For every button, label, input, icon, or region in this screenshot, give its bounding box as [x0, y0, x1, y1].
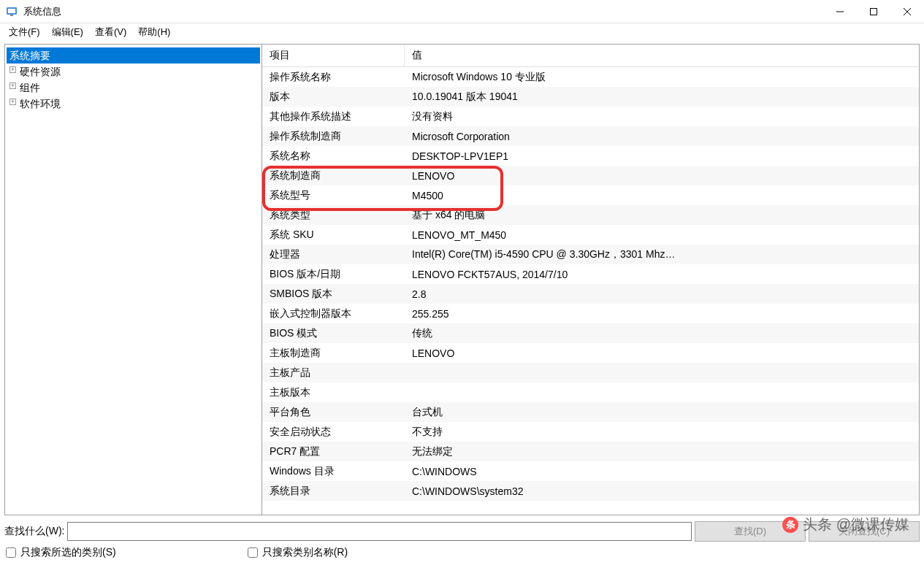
- cell-item: 系统型号: [262, 189, 405, 202]
- tree-item-label: 软件环境: [20, 98, 61, 109]
- table-row[interactable]: 系统名称DESKTOP-LPV1EP1: [262, 146, 919, 166]
- cell-item: 系统名称: [262, 150, 405, 163]
- table-row[interactable]: 系统 SKULENOVO_MT_M450: [262, 225, 919, 245]
- find-button[interactable]: 查找(D): [695, 521, 806, 542]
- cell-value: C:\WINDOWS\system32: [405, 485, 919, 497]
- table-row[interactable]: 主板产品: [262, 363, 919, 383]
- table-row[interactable]: Windows 目录C:\WINDOWS: [262, 461, 919, 481]
- cell-item: 平台角色: [262, 406, 405, 419]
- cell-item: BIOS 版本/日期: [262, 268, 405, 281]
- table-row[interactable]: 系统目录C:\WINDOWS\system32: [262, 481, 919, 501]
- cell-value: LENOVO_MT_M450: [405, 229, 919, 241]
- column-header[interactable]: 项目 值: [262, 45, 919, 67]
- svg-rect-1: [8, 9, 15, 13]
- cell-value: LENOVO: [405, 347, 919, 359]
- only-selected-checkbox-input[interactable]: [6, 547, 16, 558]
- only-name-checkbox-input[interactable]: [248, 547, 258, 558]
- window-title: 系统信息: [23, 5, 823, 18]
- cell-value: Microsoft Corporation: [405, 131, 919, 142]
- cell-value: 10.0.19041 版本 19041: [405, 91, 919, 104]
- cell-value: LENOVO: [405, 170, 919, 182]
- maximize-button[interactable]: [857, 0, 890, 23]
- cell-value: LENOVO FCKT57AUS, 2014/7/10: [405, 269, 919, 280]
- content-area: 系统摘要+硬件资源+组件+软件环境 项目 值 操作系统名称Microsoft W…: [4, 44, 920, 515]
- search-label: 查找什么(W):: [4, 525, 64, 538]
- cell-value: 2.8: [405, 288, 919, 300]
- cell-value: 255.255: [405, 308, 919, 320]
- table-row[interactable]: 平台角色台式机: [262, 402, 919, 422]
- table-row[interactable]: 操作系统制造商Microsoft Corporation: [262, 126, 919, 146]
- cell-value: 基于 x64 的电脑: [405, 209, 919, 222]
- expander-icon[interactable]: +: [9, 82, 16, 89]
- expander-icon[interactable]: +: [9, 99, 16, 105]
- table-row[interactable]: 其他操作系统描述没有资料: [262, 107, 919, 126]
- expander-icon[interactable]: +: [9, 66, 16, 73]
- table-row[interactable]: 嵌入式控制器版本255.255: [262, 304, 919, 323]
- tree-item[interactable]: +软件环境: [7, 96, 260, 112]
- table-row[interactable]: SMBIOS 版本2.8: [262, 284, 919, 304]
- details-list[interactable]: 操作系统名称Microsoft Windows 10 专业版版本10.0.190…: [262, 67, 919, 515]
- cell-item: 主板产品: [262, 366, 405, 380]
- cell-item: 主板制造商: [262, 347, 405, 360]
- tree-item-label: 系统摘要: [9, 50, 50, 61]
- menubar: 文件(F) 编辑(E) 查看(V) 帮助(H): [0, 23, 924, 41]
- tree-item[interactable]: +硬件资源: [7, 64, 260, 80]
- titlebar: 系统信息: [0, 0, 924, 23]
- menu-help[interactable]: 帮助(H): [132, 24, 176, 40]
- details-pane: 项目 值 操作系统名称Microsoft Windows 10 专业版版本10.…: [262, 45, 919, 515]
- cell-item: 系统类型: [262, 209, 405, 222]
- minimize-button[interactable]: [823, 0, 857, 23]
- svg-rect-4: [871, 8, 877, 15]
- cell-value: 台式机: [405, 406, 919, 419]
- close-button[interactable]: [890, 0, 924, 23]
- table-row[interactable]: 系统类型基于 x64 的电脑: [262, 205, 919, 225]
- table-row[interactable]: 操作系统名称Microsoft Windows 10 专业版: [262, 67, 919, 87]
- cell-item: 安全启动状态: [262, 426, 405, 439]
- cell-item: 其他操作系统描述: [262, 110, 405, 123]
- search-input[interactable]: [67, 522, 692, 541]
- cell-item: 系统制造商: [262, 169, 405, 182]
- cell-value: 无法绑定: [405, 445, 919, 458]
- table-row[interactable]: 主板制造商LENOVO: [262, 343, 919, 363]
- cell-value: 没有资料: [405, 110, 919, 123]
- cell-item: 处理器: [262, 248, 405, 261]
- table-row[interactable]: BIOS 版本/日期LENOVO FCKT57AUS, 2014/7/10: [262, 264, 919, 284]
- cell-value: Microsoft Windows 10 专业版: [405, 71, 919, 84]
- tree-item-label: 组件: [20, 82, 40, 93]
- cell-item: 主板版本: [262, 386, 405, 399]
- table-row[interactable]: BIOS 模式传统: [262, 323, 919, 343]
- cell-value: 传统: [405, 327, 919, 340]
- cell-item: 操作系统名称: [262, 71, 405, 84]
- cell-item: Windows 目录: [262, 465, 405, 478]
- close-find-button[interactable]: 关闭查找(C): [809, 521, 920, 542]
- table-row[interactable]: 系统制造商LENOVO: [262, 166, 919, 185]
- menu-view[interactable]: 查看(V): [89, 24, 132, 40]
- table-row[interactable]: PCR7 配置无法绑定: [262, 442, 919, 461]
- menu-file[interactable]: 文件(F): [3, 24, 46, 40]
- cell-value: M4500: [405, 190, 919, 201]
- cell-value: Intel(R) Core(TM) i5-4590 CPU @ 3.30GHz，…: [405, 248, 919, 261]
- tree-item[interactable]: 系统摘要: [7, 47, 260, 64]
- cell-item: SMBIOS 版本: [262, 288, 405, 301]
- col-header-value[interactable]: 值: [405, 45, 429, 66]
- table-row[interactable]: 系统型号M4500: [262, 185, 919, 205]
- cell-item: 系统 SKU: [262, 228, 405, 242]
- table-row[interactable]: 主板版本: [262, 383, 919, 402]
- table-row[interactable]: 版本10.0.19041 版本 19041: [262, 87, 919, 107]
- only-category-name-checkbox[interactable]: 只搜索类别名称(R): [248, 546, 348, 559]
- cell-value: 不支持: [405, 426, 919, 439]
- only-name-label: 只搜索类别名称(R): [262, 546, 348, 559]
- app-icon: [6, 6, 18, 18]
- cell-item: PCR7 配置: [262, 445, 405, 458]
- tree-item[interactable]: +组件: [7, 80, 260, 96]
- cell-item: 嵌入式控制器版本: [262, 307, 405, 320]
- menu-edit[interactable]: 编辑(E): [46, 24, 89, 40]
- category-tree[interactable]: 系统摘要+硬件资源+组件+软件环境: [5, 45, 262, 515]
- only-selected-category-checkbox[interactable]: 只搜索所选的类别(S): [6, 546, 116, 559]
- window-controls: [823, 0, 924, 23]
- search-panel: 查找什么(W): 查找(D) 关闭查找(C) 只搜索所选的类别(S) 只搜索类别…: [0, 515, 924, 565]
- col-header-item[interactable]: 项目: [262, 45, 405, 66]
- table-row[interactable]: 安全启动状态不支持: [262, 422, 919, 442]
- table-row[interactable]: 处理器Intel(R) Core(TM) i5-4590 CPU @ 3.30G…: [262, 245, 919, 264]
- tree-item-label: 硬件资源: [20, 66, 61, 77]
